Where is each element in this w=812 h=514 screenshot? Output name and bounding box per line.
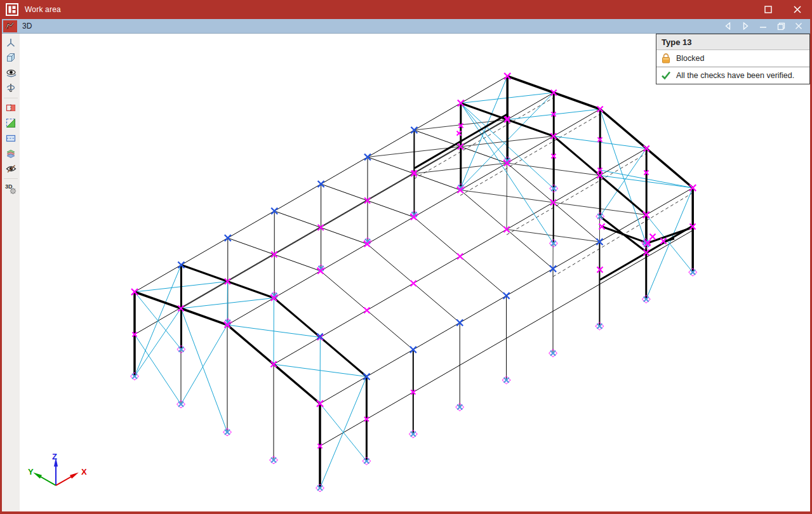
check-icon bbox=[660, 70, 672, 81]
hide-elements-icon[interactable] bbox=[3, 161, 18, 176]
view-cube-icon[interactable] bbox=[3, 50, 18, 65]
window-border bbox=[0, 511, 812, 514]
view-title: 3D bbox=[22, 22, 32, 30]
layers-icon[interactable] bbox=[3, 146, 18, 161]
panel-title: Type 13 bbox=[656, 34, 809, 50]
app-logo-icon bbox=[6, 3, 18, 16]
svg-text:3D: 3D bbox=[5, 183, 13, 190]
selection-box-icon[interactable] bbox=[3, 131, 18, 146]
view-titlebar[interactable]: 3D bbox=[2, 19, 810, 34]
next-view-button[interactable] bbox=[738, 20, 753, 32]
view-toolbar: 3D bbox=[2, 34, 20, 511]
3d-options-icon[interactable]: 3D bbox=[3, 181, 18, 196]
window-title: Work area bbox=[25, 5, 61, 14]
check-status-panel: Type 13 Blocked All the checks have been… bbox=[656, 34, 810, 84]
previous-view-button[interactable] bbox=[720, 20, 735, 32]
close-view-button[interactable] bbox=[791, 20, 806, 32]
node-markers bbox=[131, 73, 696, 449]
view-3d-icon bbox=[3, 20, 18, 33]
toolbar-separator bbox=[4, 178, 18, 179]
clip-plane-icon[interactable] bbox=[3, 100, 18, 115]
minimize-view-button[interactable] bbox=[755, 20, 771, 32]
orbit-view-icon[interactable] bbox=[3, 65, 18, 81]
toolbar-separator bbox=[4, 98, 18, 98]
checks-verified-label: All the checks have been verified. bbox=[676, 71, 794, 80]
window-border bbox=[0, 19, 2, 514]
close-button[interactable] bbox=[783, 0, 812, 19]
rotate-model-icon[interactable] bbox=[3, 81, 18, 96]
render-mode-icon[interactable] bbox=[3, 115, 18, 131]
axis-label-z: Z bbox=[52, 452, 57, 461]
axes-tripod-icon[interactable] bbox=[3, 35, 18, 50]
checks-verified-row: All the checks have been verified. bbox=[656, 67, 809, 84]
axis-label-y: Y bbox=[28, 467, 34, 477]
maximize-button[interactable] bbox=[754, 0, 783, 19]
blocked-status-row: Blocked bbox=[656, 50, 809, 67]
axis-label-x: X bbox=[81, 467, 87, 477]
axes-triad bbox=[33, 458, 79, 485]
window-titlebar[interactable]: Work area bbox=[0, 0, 812, 19]
application-window: Work area 3D bbox=[0, 0, 812, 514]
restore-view-button[interactable] bbox=[773, 20, 789, 32]
lock-icon bbox=[660, 53, 672, 64]
blocked-label: Blocked bbox=[676, 54, 704, 63]
